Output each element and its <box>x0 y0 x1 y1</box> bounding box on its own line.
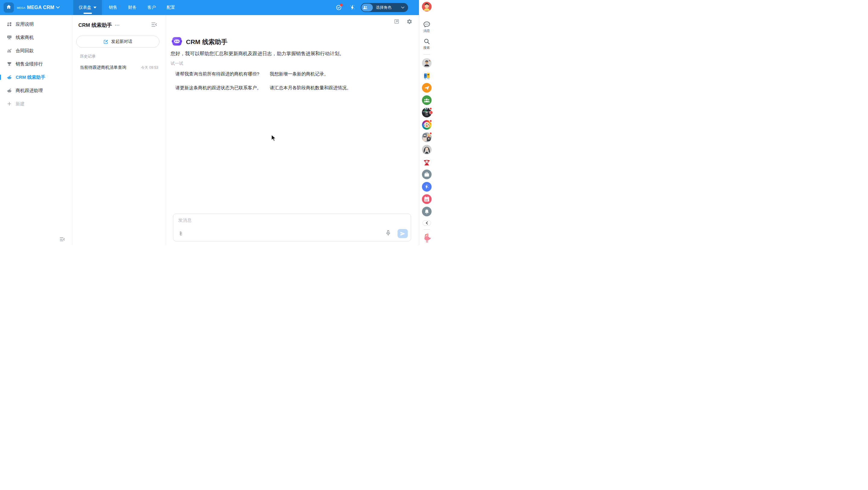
contact-avatar-photo-collage[interactable] <box>422 133 432 142</box>
main-tabs: 仪表盘 销售 财务 客户 配置 <box>73 0 179 15</box>
paperclip-icon <box>178 231 184 236</box>
history-item-time: 今天 09:53 <box>141 65 158 70</box>
sidebar-item-ranking[interactable]: 销售业绩排行 <box>0 57 72 70</box>
tab-finance[interactable]: 财务 <box>124 0 141 15</box>
contact-avatar-kf-workflow-lab[interactable]: ! KFWORKFLOW LAB <box>422 108 432 117</box>
rail-divider <box>424 54 430 55</box>
contact-avatar-red-figure[interactable] <box>422 157 432 167</box>
suggestion-add-opportunity[interactable]: 我想新增一条新的商机记录。 <box>270 71 329 77</box>
calendar-day: 22 <box>422 199 432 202</box>
panel-title: CRM 线索助手 <box>79 22 112 29</box>
messages-button[interactable]: 消息 <box>423 21 430 33</box>
contact-avatar-calendar[interactable]: 22 <box>422 194 432 204</box>
home-button[interactable] <box>4 2 14 13</box>
sidebar-item-app-guide[interactable]: 应用说明 <box>0 18 72 31</box>
sidebar-item-label: 应用说明 <box>16 22 34 27</box>
send-button[interactable] <box>398 229 408 238</box>
sidebar-new-button[interactable]: 新建 <box>0 97 72 110</box>
suggestion-update-status[interactable]: 请更新这条商机的跟进状态为已联系客户。 <box>176 85 261 91</box>
collapse-panel-icon <box>151 22 157 27</box>
bar-chart-icon <box>7 48 12 53</box>
chevron-down-icon <box>401 7 404 9</box>
collapse-panel-icon <box>60 237 65 241</box>
tab-label: 配置 <box>167 5 175 10</box>
role-button-label: 选择角色 <box>376 5 401 10</box>
contact-avatar-bell[interactable] <box>422 207 432 217</box>
attach-button[interactable] <box>178 231 184 237</box>
unread-badge <box>429 119 432 122</box>
user-avatar[interactable] <box>422 2 432 11</box>
tab-settings[interactable]: 配置 <box>163 0 179 15</box>
search-label: 搜索 <box>424 46 430 50</box>
top-navigation-bar: MEGA MEGA CRM 仪表盘 销售 财务 客户 配置 <box>0 0 419 15</box>
message-input[interactable] <box>178 217 407 229</box>
search-button[interactable]: 搜索 <box>424 38 430 50</box>
more-menu-button[interactable]: ••• <box>115 24 120 27</box>
suggestion-monthly-summary[interactable]: 请汇总本月各阶段商机数量和跟进情况。 <box>270 85 351 91</box>
suggestion-query-followups[interactable]: 请帮我查询当前所有待跟进的商机有哪些? <box>176 71 259 77</box>
welcome-message: 您好，我可以帮助您汇总和更新商机及跟进日志，助力掌握销售进展和行动计划。 <box>170 51 344 57</box>
sparkle-bolt-icon <box>349 4 355 11</box>
sidebar-item-crm-lead-assistant[interactable]: CRM 线索助手 <box>0 70 72 84</box>
role-chip <box>361 4 373 11</box>
history-item-title: 当前待跟进商机清单查询 <box>80 65 138 70</box>
message-input-container <box>173 213 411 241</box>
compose-icon <box>103 39 108 45</box>
gear-icon <box>407 19 412 24</box>
assistant-name: CRM 线索助手 <box>186 38 227 46</box>
sidebar-item-followup-assistant[interactable]: 商机跟进助理 <box>0 84 72 97</box>
panel-header: CRM 线索助手 ••• <box>79 22 160 29</box>
contact-avatar-woman-illustration[interactable] <box>422 145 432 154</box>
alert-badge: ! <box>429 111 433 114</box>
send-icon <box>400 231 405 236</box>
open-external-icon <box>394 19 399 24</box>
chevron-down-icon <box>56 6 60 9</box>
contact-avatar-paper-plane[interactable] <box>422 83 432 93</box>
quick-actions-button[interactable] <box>349 0 355 15</box>
plus-icon <box>7 101 12 107</box>
search-icon <box>424 38 430 45</box>
tab-dashboard[interactable]: 仪表盘 <box>73 0 102 15</box>
history-item[interactable]: 当前待跟进商机清单查询 今天 09:53 <box>76 62 162 73</box>
conversation-panel: CRM 线索助手 ••• 发起新对话 历史记录 当前待跟进商机清单查询 今天 0… <box>72 15 166 245</box>
robot-icon <box>7 88 12 93</box>
sidebar-item-label: 线索商机 <box>16 35 34 40</box>
shapes-icon <box>7 22 12 27</box>
assistant-header: CRM 线索助手 <box>172 36 227 48</box>
contact-avatar-lightning[interactable] <box>422 182 432 192</box>
new-conversation-button[interactable]: 发起新对话 <box>76 36 159 48</box>
settings-button[interactable] <box>407 19 412 26</box>
unread-badge <box>429 107 432 110</box>
sidebar-item-contracts[interactable]: 合同回款 <box>0 44 72 57</box>
presentation-icon <box>7 35 12 40</box>
notification-badge <box>340 4 343 6</box>
contact-avatar-celebration[interactable] <box>422 120 432 130</box>
brand-small-label: MEGA <box>17 6 26 9</box>
messages-label: 消息 <box>424 29 430 33</box>
home-icon <box>6 4 11 11</box>
panel-collapse-button[interactable] <box>151 22 157 28</box>
contact-avatar-flamingo[interactable] <box>421 232 432 243</box>
sidebar-item-leads[interactable]: 线索商机 <box>0 31 72 44</box>
contact-avatar-team-group[interactable] <box>422 95 432 105</box>
tab-customers[interactable]: 客户 <box>144 0 160 15</box>
contact-avatar-briefcase[interactable] <box>422 170 432 179</box>
open-external-button[interactable] <box>394 19 399 26</box>
tab-sales[interactable]: 销售 <box>105 0 121 15</box>
select-role-button[interactable]: 选择角色 <box>361 3 408 12</box>
voice-input-button[interactable] <box>385 230 391 237</box>
tasks-check-button[interactable] <box>336 0 342 15</box>
sidebar-item-label: 合同回款 <box>16 48 34 54</box>
left-sidebar: 应用说明 线索商机 合同回款 销售业绩排行 <box>0 15 72 245</box>
rail-collapse-button[interactable] <box>423 220 431 226</box>
sidebar-item-label: 商机跟进助理 <box>16 88 43 93</box>
contact-avatar-lego-blocks[interactable] <box>422 70 432 80</box>
tab-label: 仪表盘 <box>79 5 91 10</box>
robot-icon <box>7 75 12 80</box>
microphone-icon <box>385 230 391 236</box>
app-brand[interactable]: MEGA MEGA CRM <box>17 0 60 15</box>
sidebar-collapse-button[interactable] <box>59 236 66 242</box>
mega-crm-app: MEGA MEGA CRM 仪表盘 销售 财务 客户 配置 <box>0 0 434 245</box>
contact-avatar-office-person[interactable] <box>422 58 432 68</box>
try-label: 试一试 <box>170 61 183 66</box>
